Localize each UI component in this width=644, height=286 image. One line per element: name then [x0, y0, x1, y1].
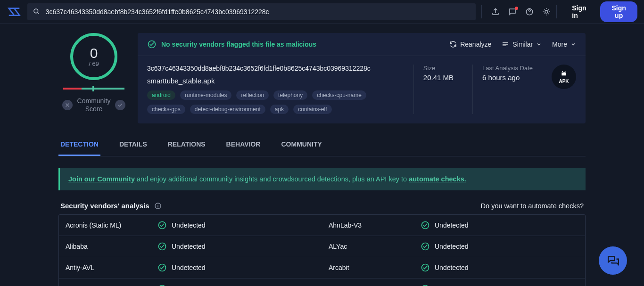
search-icon: [33, 8, 40, 15]
similar-button[interactable]: Similar: [502, 41, 542, 48]
search-input[interactable]: [46, 8, 471, 16]
status-undetected: Undetected: [157, 242, 206, 251]
vendor-cell: ALYacUndetected: [322, 236, 585, 257]
svg-rect-5: [561, 72, 566, 75]
status-undetected: Undetected: [157, 284, 206, 286]
tab-relations[interactable]: RELATIONS: [166, 136, 207, 156]
vendor-cell: Antiy-AVLUndetected: [59, 257, 322, 278]
score-total: / 69: [89, 60, 99, 67]
signin-link[interactable]: Sign in: [572, 4, 594, 19]
search-bar[interactable]: [27, 3, 476, 20]
vendor-cell: Avast-MobileUndetected: [322, 278, 585, 286]
svg-line-1: [37, 12, 39, 14]
svg-line-8: [562, 71, 563, 72]
divider: [556, 5, 557, 18]
check-icon[interactable]: [115, 100, 125, 110]
vendor-cell: AhnLab-V3Undetected: [322, 215, 585, 236]
automate-checks-link[interactable]: automate checks.: [409, 175, 466, 183]
score-count: 0: [90, 46, 98, 60]
vendor-cell: Acronis (Static ML)Undetected: [59, 215, 322, 236]
status-undetected: Undetected: [157, 221, 206, 230]
date-value: 6 hours ago: [482, 74, 533, 82]
vendor-name: ALYac: [329, 243, 421, 250]
notification-dot: [515, 7, 518, 10]
tag-reflection[interactable]: reflection: [236, 90, 269, 100]
svg-point-3: [545, 10, 548, 13]
tag-runtime-modules[interactable]: runtime-modules: [180, 90, 231, 100]
table-row: Antiy-AVLUndetectedArcabitUndetected: [59, 257, 585, 278]
signup-button[interactable]: Sign up: [600, 1, 637, 22]
table-row: AvastUndetectedAvast-MobileUndetected: [59, 278, 585, 286]
score-bar: [63, 88, 124, 90]
size-label: Size: [423, 65, 454, 72]
tab-details[interactable]: DETAILS: [117, 136, 149, 156]
vendor-name: Antiy-AVL: [66, 264, 157, 271]
tab-behavior[interactable]: BEHAVIOR: [224, 136, 263, 156]
tab-detection[interactable]: DETECTION: [58, 136, 100, 156]
table-row: AlibabaUndetectedALYacUndetected: [59, 236, 585, 257]
tab-community[interactable]: COMMUNITY: [279, 136, 323, 156]
tag-telephony[interactable]: telephony: [273, 90, 307, 100]
date-label: Last Analysis Date: [482, 65, 533, 72]
help-icon[interactable]: [525, 8, 534, 16]
status-undetected: Undetected: [421, 284, 469, 286]
info-icon[interactable]: [154, 202, 162, 210]
svg-point-0: [34, 9, 38, 13]
community-score-label: Community Score: [77, 97, 111, 113]
upload-icon[interactable]: [491, 8, 500, 16]
table-row: Acronis (Static ML)UndetectedAhnLab-V3Un…: [59, 215, 585, 236]
score-gauge: 0 / 69: [70, 33, 117, 80]
vendor-name: Alibaba: [66, 243, 157, 250]
vendor-cell: AlibabaUndetected: [59, 236, 322, 257]
vendor-cell: ArcabitUndetected: [322, 257, 585, 278]
chat-fab[interactable]: [599, 246, 627, 275]
more-button[interactable]: More: [552, 41, 576, 48]
file-hash: 3c637c46343350dd8aebf8b234c3652f6fd1ffe0…: [147, 65, 395, 72]
file-type-badge: APK: [552, 65, 576, 89]
tag-apk[interactable]: apk: [270, 105, 289, 114]
dismiss-icon[interactable]: [62, 100, 73, 110]
tag-checks-cpu-name[interactable]: checks-cpu-name: [312, 90, 366, 100]
comment-icon[interactable]: [508, 8, 517, 16]
chevron-down-icon: [570, 41, 576, 47]
vendor-name: Arcabit: [329, 264, 421, 271]
reanalyze-button[interactable]: Reanalyze: [449, 41, 491, 48]
vendor-name: AhnLab-V3: [329, 221, 421, 229]
divider: [481, 5, 482, 18]
automate-prompt[interactable]: Do you want to automate checks?: [481, 202, 584, 210]
status-undetected: Undetected: [421, 242, 469, 251]
vendor-cell: AvastUndetected: [59, 278, 322, 286]
svg-line-9: [564, 71, 565, 72]
app-logo[interactable]: [7, 4, 22, 19]
join-community-link[interactable]: Join our Community: [68, 175, 135, 183]
theme-icon[interactable]: [542, 8, 551, 16]
file-name: smarttube_stable.apk: [147, 77, 395, 85]
safe-status: No security vendors flagged this file as…: [147, 40, 316, 49]
status-undetected: Undetected: [421, 221, 469, 230]
banner-text: and enjoy additional community insights …: [135, 175, 409, 183]
chevron-down-icon: [536, 41, 542, 47]
tag-android[interactable]: android: [147, 90, 175, 100]
tag-contains-elf[interactable]: contains-elf: [293, 105, 331, 114]
tag-detect-debug-environment[interactable]: detect-debug-environment: [190, 105, 265, 114]
status-undetected: Undetected: [421, 263, 469, 272]
status-undetected: Undetected: [157, 263, 206, 272]
vendors-title: Security vendors' analysis: [60, 202, 162, 210]
community-banner: Join our Community and enjoy additional …: [58, 168, 586, 190]
vendor-name: Acronis (Static ML): [66, 221, 157, 229]
tag-checks-gps[interactable]: checks-gps: [147, 105, 185, 114]
size-value: 20.41 MB: [423, 74, 454, 82]
